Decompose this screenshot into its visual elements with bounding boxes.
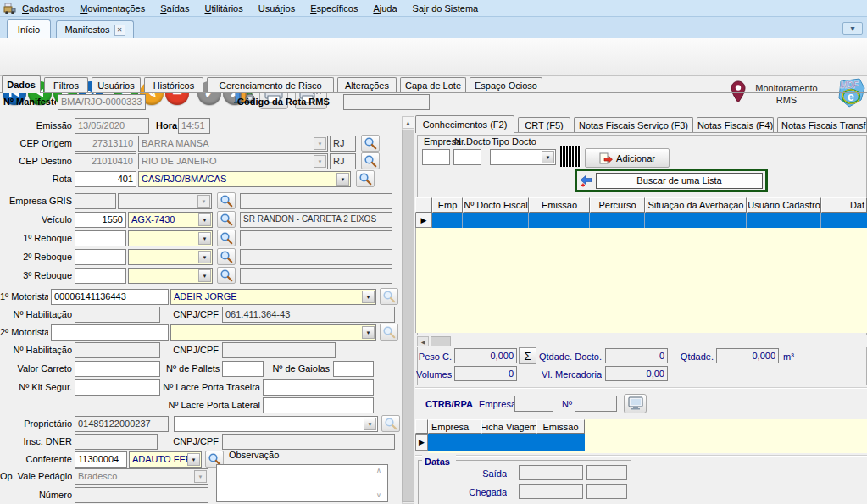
selected-row-cell[interactable] — [529, 213, 590, 228]
scroll-up-icon[interactable]: ∧ — [376, 467, 381, 474]
search-rota-button[interactable] — [356, 170, 375, 187]
tab-inicio[interactable]: Início — [7, 19, 51, 38]
reboque2-combo[interactable]: ▼ — [128, 249, 213, 265]
ctrb-header-ficha[interactable]: Ficha Viagem — [481, 419, 536, 434]
doc-empresa-field[interactable] — [422, 149, 450, 165]
tab-usuarios[interactable]: Usuários — [92, 77, 141, 92]
hscrollbar-thumb[interactable] — [431, 336, 451, 346]
grid-header-usuario[interactable]: Usuário Cadastro — [747, 197, 821, 213]
motorista2-cod-field[interactable] — [51, 324, 169, 341]
emissao-field[interactable]: 13/05/2020 — [75, 118, 149, 134]
habilitacao2-field[interactable] — [75, 342, 160, 358]
barcode-icon[interactable] — [560, 146, 581, 167]
search-motorista2-button[interactable] — [380, 324, 398, 341]
empresa-gris-cod-field[interactable] — [75, 193, 116, 209]
search-motorista1-button[interactable] — [380, 288, 398, 305]
motorista1-cpf-field[interactable]: 061.411.364-43 — [222, 307, 395, 323]
search-reboque3-button[interactable] — [217, 267, 236, 284]
menu-movimentacoes[interactable]: Movimentações — [78, 3, 147, 14]
lacre-traseira-field[interactable] — [263, 379, 374, 396]
reboque1-cod-field[interactable] — [75, 230, 126, 246]
scroll-down-icon[interactable]: ∨ — [376, 491, 381, 499]
adicionar-button[interactable]: Adicionar — [585, 148, 670, 168]
search-proprietario-button[interactable] — [381, 415, 400, 432]
chevron-down-icon[interactable]: ▼ — [542, 151, 554, 163]
ctrb-header-empresa[interactable]: Empresa — [428, 419, 481, 434]
selected-row-cell[interactable] — [645, 213, 747, 228]
uf-origem-field[interactable]: RJ — [330, 136, 356, 152]
conferente-cod-field[interactable]: 11300004 — [75, 451, 127, 468]
ctrb-selected-row-cell[interactable] — [428, 434, 481, 451]
cep-origem-field[interactable]: 27313110 — [75, 136, 136, 152]
tab-capa-de-lote[interactable]: Capa de Lote — [400, 77, 466, 92]
cep-destino-field[interactable]: 21010410 — [75, 153, 136, 169]
chegada-data-field[interactable] — [519, 484, 583, 499]
proprietario-combo[interactable]: ▼ — [174, 416, 378, 432]
search-destino-button[interactable] — [361, 152, 380, 169]
monitoring-rms-label[interactable]: Monitoramento RMS — [749, 82, 824, 106]
buscar-lista-button[interactable]: Buscar de uma Lista — [596, 173, 763, 189]
habilitacao1-field[interactable] — [75, 307, 160, 323]
motorista1-combo[interactable]: ADEIR JORGE▼ — [170, 289, 376, 305]
tab-historicos[interactable]: Históricos — [144, 77, 203, 92]
grid-header-docto-fiscal[interactable]: Nº Docto Fiscal — [463, 197, 529, 213]
doc-tipodocto-combo[interactable]: ▼ — [490, 149, 556, 165]
close-icon[interactable]: ✕ — [114, 25, 125, 36]
grid-header-emp[interactable]: Emp — [432, 197, 463, 213]
saida-data-field[interactable] — [519, 465, 583, 480]
row-marker-cell[interactable]: ▶ — [415, 434, 428, 451]
tab-manifestos[interactable]: Manifestos ✕ — [56, 20, 134, 38]
search-origem-button[interactable] — [361, 135, 380, 152]
search-veiculo-button[interactable] — [217, 211, 236, 228]
search-empresa-gris-button[interactable] — [217, 192, 236, 209]
empresa-gris-combo[interactable]: ▼ — [118, 193, 212, 209]
tab-espaco-ocioso[interactable]: Espaço Ocioso — [470, 77, 542, 92]
menu-ajuda[interactable]: Ajuda — [371, 3, 398, 14]
veiculo-combo[interactable]: AGX-7430▼ — [128, 212, 213, 228]
chevron-down-icon[interactable]: ▾ — [842, 22, 863, 35]
tab-crt[interactable]: CRT (F5) — [518, 117, 570, 132]
sum-button[interactable]: Σ — [519, 347, 536, 364]
ctrb-empresa-field[interactable] — [514, 396, 553, 412]
uf-destino-field[interactable]: RJ — [330, 153, 356, 169]
insc-dner-field[interactable] — [75, 434, 158, 450]
scrollbar-left-icon[interactable]: ◀ — [417, 336, 429, 346]
ctrb-monitor-button[interactable] — [624, 394, 647, 413]
veiculo-cod-field[interactable]: 1550 — [75, 212, 126, 228]
menu-saidas[interactable]: Saídas — [158, 3, 191, 14]
menu-cadastros[interactable]: Cadastros — [20, 3, 66, 14]
chevron-down-icon[interactable]: ▼ — [198, 213, 211, 226]
selected-row-cell[interactable] — [747, 213, 821, 228]
selected-row-cell[interactable] — [821, 213, 867, 228]
reboque3-combo[interactable]: ▼ — [128, 268, 213, 284]
cidade-destino-combo[interactable]: RIO DE JANEIRO▼ — [138, 153, 328, 169]
chevron-down-icon[interactable]: ▼ — [198, 251, 211, 263]
kit-segur-field[interactable] — [75, 379, 160, 396]
grid-header-percurso[interactable]: Percurso — [590, 197, 645, 213]
selected-row-cell[interactable] — [432, 213, 463, 228]
observacao-textarea[interactable] — [216, 464, 388, 502]
chevron-down-icon[interactable]: ▼ — [364, 418, 376, 430]
chevron-down-icon[interactable]: ▼ — [187, 453, 200, 466]
selected-row-cell[interactable] — [590, 213, 645, 228]
proprietario-cod-field[interactable]: 01489122000237 — [75, 416, 169, 432]
scrollbar-up-icon[interactable]: ▲ — [402, 116, 414, 129]
reboque2-cod-field[interactable] — [75, 249, 126, 265]
motorista2-combo[interactable]: ▼ — [170, 324, 376, 341]
tab-dados[interactable]: Dados — [2, 75, 41, 93]
gaiolas-field[interactable] — [333, 361, 374, 377]
saida-hora-field[interactable] — [586, 465, 627, 480]
reboque1-combo[interactable]: ▼ — [128, 230, 213, 246]
rms-route-code-field[interactable] — [343, 94, 430, 110]
reboque3-cod-field[interactable] — [75, 268, 126, 284]
tab-gerenciamento-de-risco[interactable]: Gerenciamento de Risco — [207, 77, 334, 92]
motorista1-cod-field[interactable]: 00006141136443 — [51, 289, 169, 305]
tab-filtros[interactable]: Filtros — [44, 77, 88, 92]
rota-combo[interactable]: CAS/RJO/BMA/CAS▼ — [138, 171, 351, 187]
chevron-down-icon[interactable]: ▼ — [198, 269, 211, 282]
manifest-number-field[interactable]: BMA/RJO-0000333 — [58, 94, 146, 110]
vale-pedagio-combo[interactable]: Bradesco▼ — [75, 468, 208, 485]
numero-field[interactable] — [75, 487, 208, 503]
grid-header-emissao[interactable]: Emissão — [529, 197, 590, 213]
menu-especificos[interactable]: Específicos — [308, 3, 359, 14]
